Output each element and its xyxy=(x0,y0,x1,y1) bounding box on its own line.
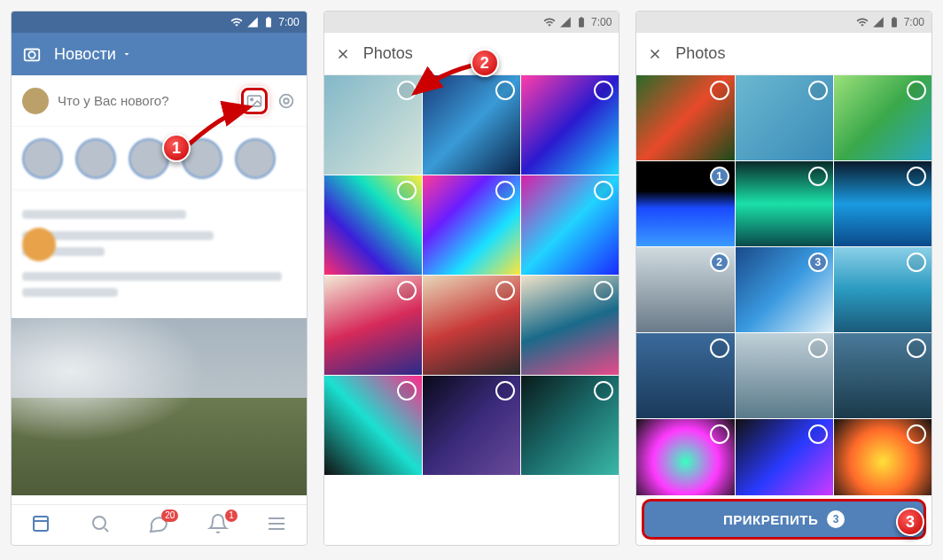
photo-thumb[interactable] xyxy=(834,419,931,495)
feed-image[interactable] xyxy=(12,318,307,495)
close-icon[interactable] xyxy=(647,46,663,62)
tab-discover[interactable] xyxy=(90,513,111,538)
select-indicator[interactable] xyxy=(397,181,417,200)
select-indicator[interactable]: 1 xyxy=(710,167,729,186)
select-indicator[interactable]: 2 xyxy=(710,253,729,272)
photo-thumb[interactable]: 2 xyxy=(636,247,734,332)
signal-icon xyxy=(246,16,259,28)
select-indicator[interactable]: 3 xyxy=(808,253,828,272)
battery-icon xyxy=(262,16,275,28)
select-indicator[interactable] xyxy=(495,181,515,200)
select-indicator[interactable] xyxy=(907,167,926,186)
photo-thumb[interactable] xyxy=(521,276,619,375)
photo-thumb[interactable] xyxy=(834,75,931,160)
live-icon[interactable] xyxy=(277,91,296,111)
select-indicator[interactable] xyxy=(907,81,926,100)
tab-notifications[interactable]: 1 xyxy=(207,513,229,538)
header-title-dropdown[interactable]: Новости xyxy=(54,45,132,64)
wifi-icon xyxy=(543,16,556,28)
user-avatar[interactable] xyxy=(22,88,49,114)
step-callout-3: 3 xyxy=(896,508,924,536)
story-avatar[interactable] xyxy=(22,138,63,179)
close-icon[interactable] xyxy=(335,46,351,62)
select-indicator[interactable] xyxy=(710,338,729,358)
news-icon xyxy=(30,513,51,534)
select-indicator[interactable] xyxy=(397,81,417,100)
attach-button[interactable]: ПРИКРЕПИТЬ 3 xyxy=(642,499,926,540)
photo-thumb[interactable] xyxy=(423,175,520,275)
photo-thumb[interactable] xyxy=(324,75,422,175)
story-avatar[interactable] xyxy=(235,138,276,179)
photo-thumb[interactable] xyxy=(736,161,833,246)
photo-thumb[interactable] xyxy=(324,376,422,475)
select-indicator[interactable] xyxy=(710,424,729,444)
photo-thumb[interactable] xyxy=(423,376,520,475)
photo-thumb[interactable]: 3 xyxy=(736,247,833,332)
search-icon xyxy=(90,513,111,534)
photo-thumb[interactable] xyxy=(834,333,931,418)
svg-rect-6 xyxy=(34,517,48,531)
photo-thumb[interactable] xyxy=(521,75,619,175)
select-indicator[interactable] xyxy=(808,167,828,186)
photo-thumb[interactable] xyxy=(636,333,734,418)
photo-thumb[interactable] xyxy=(736,419,833,495)
photo-thumb[interactable] xyxy=(636,75,734,160)
photo-grid xyxy=(324,75,620,545)
attach-photo-button[interactable] xyxy=(241,88,268,114)
story-avatar[interactable] xyxy=(75,138,116,179)
select-indicator[interactable] xyxy=(397,381,417,401)
select-indicator[interactable] xyxy=(808,338,828,358)
tab-messages[interactable]: 20 xyxy=(148,513,169,538)
tab-news[interactable] xyxy=(30,513,51,538)
photo-thumb[interactable] xyxy=(521,376,619,475)
status-bar: 7:00 xyxy=(12,12,307,33)
photo-thumb[interactable] xyxy=(736,75,833,160)
composer-input[interactable] xyxy=(58,93,232,108)
photo-thumb[interactable] xyxy=(636,419,734,495)
photo-thumb[interactable] xyxy=(521,175,619,275)
select-indicator[interactable] xyxy=(495,281,515,300)
select-indicator[interactable] xyxy=(397,281,417,300)
select-indicator[interactable] xyxy=(907,338,926,358)
camera-icon[interactable] xyxy=(22,44,42,64)
battery-icon xyxy=(575,16,588,28)
photo-thumb[interactable]: 1 xyxy=(636,161,734,246)
picker-title: Photos xyxy=(675,44,725,63)
messages-badge: 20 xyxy=(161,509,178,522)
svg-point-5 xyxy=(279,94,292,107)
bottom-nav: 20 1 xyxy=(12,504,307,545)
photo-thumb[interactable] xyxy=(324,175,422,275)
picker-title: Photos xyxy=(363,44,413,63)
svg-point-4 xyxy=(284,98,289,104)
image-icon xyxy=(245,92,263,110)
screen-photo-picker-selected: 7:00 Photos 123 ПРИКРЕПИТЬ 3 3 xyxy=(635,11,932,546)
select-indicator[interactable] xyxy=(907,424,926,444)
notifs-badge: 1 xyxy=(225,509,238,522)
svg-point-3 xyxy=(251,98,253,101)
select-indicator[interactable] xyxy=(710,81,729,100)
photo-thumb[interactable] xyxy=(834,247,931,332)
chevron-down-icon xyxy=(121,49,132,59)
select-indicator[interactable] xyxy=(808,424,828,444)
select-indicator[interactable] xyxy=(808,81,828,100)
photo-thumb[interactable] xyxy=(423,276,520,375)
svg-point-1 xyxy=(28,51,35,58)
status-time: 7:00 xyxy=(904,16,924,28)
photo-thumb[interactable] xyxy=(834,161,931,246)
photo-thumb[interactable] xyxy=(736,333,833,418)
composer-bar xyxy=(12,75,307,127)
select-indicator[interactable] xyxy=(495,381,515,401)
photo-thumb[interactable] xyxy=(324,276,422,375)
attach-label: ПРИКРЕПИТЬ xyxy=(723,512,818,527)
tab-menu[interactable] xyxy=(266,513,287,538)
stories-row[interactable] xyxy=(12,127,307,191)
select-indicator[interactable] xyxy=(907,253,926,272)
photo-thumb[interactable] xyxy=(423,75,520,175)
header-title-text: Новости xyxy=(54,45,116,64)
wifi-icon xyxy=(856,16,869,28)
feed-post[interactable] xyxy=(12,198,307,311)
wifi-icon xyxy=(230,16,243,28)
select-indicator[interactable] xyxy=(495,81,515,100)
battery-icon xyxy=(888,16,900,28)
svg-point-7 xyxy=(93,517,105,529)
